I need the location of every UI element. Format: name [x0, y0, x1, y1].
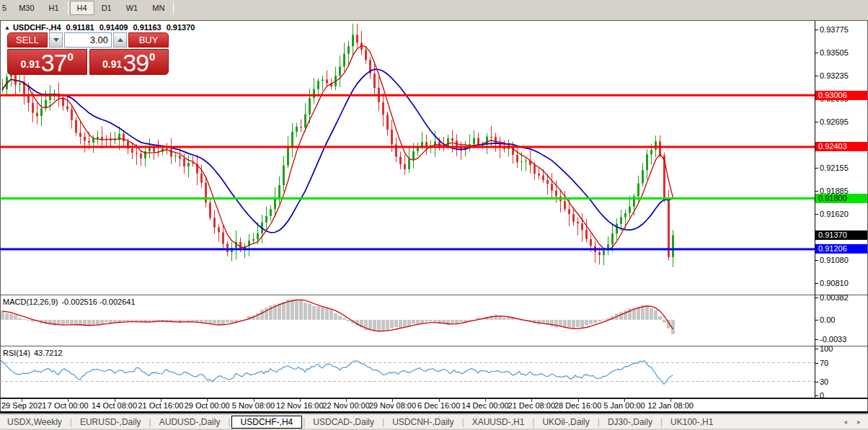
chart-header: ▲ USDCHF-,H4 0.91181 0.91409 0.91163 0.9… [4, 23, 195, 32]
y-axis-tick: 0.93505 [820, 48, 849, 57]
y-axis-tick: 0.91080 [820, 256, 849, 264]
buy-button[interactable]: BUY [128, 32, 169, 48]
tab-usdcnh-daily[interactable]: USDCNH-,Daily [385, 416, 461, 429]
timeframe-mn-button[interactable]: MN [145, 1, 172, 15]
one-click-trading-panel: SELL BUY 0.91370 0.91390 [7, 32, 169, 75]
ohlc-low: 0.91163 [133, 23, 161, 32]
tab-scroll-left-icon[interactable]: ◂ [843, 418, 847, 426]
tab-audusd-daily[interactable]: AUDUSD-,Daily [152, 416, 228, 429]
down-arrow-icon [53, 38, 59, 42]
tab-usdcad-daily[interactable]: USDCAD-,Daily [306, 416, 381, 429]
toolbar-separator [68, 1, 68, 14]
terminal-window: 5M30H1H4D1W1MN ▲ USDCHF-,H4 0.91181 0.91… [0, 0, 868, 430]
symbol-arrow-icon: ▲ [4, 24, 10, 31]
price-level-badge: 0.93006 [815, 91, 867, 100]
ohlc-open: 0.91181 [66, 23, 94, 32]
sell-price-display[interactable]: 0.91370 [7, 49, 87, 75]
y-axis-tick: 0.93235 [820, 71, 849, 80]
timeframe-5-button[interactable]: 5 [0, 1, 12, 15]
volume-increase-button[interactable] [113, 32, 127, 48]
chart-title: USDCHF-,H4 [13, 23, 61, 32]
volume-decrease-button[interactable] [49, 32, 63, 48]
rsi-axis-tick: 100 [820, 344, 833, 353]
timeframe-d1-button[interactable]: D1 [94, 1, 119, 15]
rsi-indicator-label: RSI(14)43.7212 [3, 349, 63, 357]
ohlc-close: 0.91370 [167, 23, 195, 32]
tab-eurusd-daily[interactable]: EURUSD-,Daily [73, 416, 149, 429]
price-level-badge: 0.91370 [815, 230, 867, 240]
rsi-axis-tick: 0 [820, 391, 824, 400]
chart-tab-bar: USDX,Weekly|EURUSD-,Daily|AUDUSD-,Daily|… [0, 414, 868, 429]
macd-axis-tick: 0.00 [820, 315, 835, 324]
price-level-badge: 0.91206 [815, 244, 867, 254]
rsi-axis-tick: 30 [820, 377, 828, 386]
buy-price-display[interactable]: 0.91390 [89, 49, 169, 75]
y-axis-tick: 0.93775 [820, 25, 849, 34]
x-axis-tick: 12 Jan 08:00 [637, 401, 704, 410]
chart-window[interactable]: ▲ USDCHF-,H4 0.91181 0.91409 0.91163 0.9… [0, 20, 868, 413]
timeframe-toolbar: 5M30H1H4D1W1MN [0, 0, 868, 16]
y-axis-tick: 0.90810 [820, 279, 849, 287]
sell-price-pip: 0 [68, 50, 74, 63]
y-axis-tick: 0.92695 [820, 117, 849, 126]
tab-uk100-h1[interactable]: UK100-,H1 [663, 416, 720, 429]
toolbar-separator [173, 1, 174, 14]
timeframe-w1-button[interactable]: W1 [119, 1, 146, 15]
tab-ukoil-daily[interactable]: UKOil-,Daily [535, 416, 596, 429]
timeframe-h1-button[interactable]: H1 [42, 1, 66, 15]
ma-slow-line [3, 69, 673, 233]
rsi-line [0, 359, 673, 384]
timeframe-m30-button[interactable]: M30 [12, 1, 41, 15]
tab-xauusd-h1[interactable]: XAUUSD-,H1 [465, 416, 532, 429]
ohlc-high: 0.91409 [99, 23, 128, 32]
sell-price-prefix: 0.91 [21, 58, 40, 70]
y-axis-tick: 0.92155 [820, 164, 849, 172]
up-arrow-icon [118, 38, 123, 42]
macd-indicator-label: MACD(12,26,9)-0.002516 -0.002641 [3, 297, 136, 306]
price-chart-canvas[interactable] [0, 20, 868, 413]
rsi-axis-tick: 70 [820, 359, 828, 367]
tab-scroll-right-icon[interactable]: ▸ [857, 418, 861, 426]
sell-button[interactable]: SELL [7, 32, 48, 48]
sell-price-big: 37 [41, 53, 67, 73]
tab-usdx-weekly[interactable]: USDX,Weekly [0, 416, 69, 429]
buy-price-prefix: 0.91 [102, 58, 122, 70]
tab-dj30-daily[interactable]: DJ30-,Daily [601, 416, 660, 429]
price-level-badge: 0.92403 [815, 142, 867, 151]
buy-price-big: 39 [123, 53, 149, 73]
y-axis-tick: 0.91620 [820, 210, 849, 218]
macd-axis-tick: 0.00382 [820, 293, 849, 302]
price-level-badge: 0.91800 [815, 194, 867, 203]
tab-scroll-nav: ◂ ▸ [843, 418, 868, 426]
timeframe-h4-button[interactable]: H4 [70, 1, 94, 15]
tab-usdchf-h4[interactable]: USDCHF-,H4 [231, 416, 303, 429]
buy-price-pip: 0 [149, 50, 155, 63]
volume-input[interactable] [64, 32, 112, 48]
macd-axis-tick: -0.0033 [820, 335, 846, 344]
